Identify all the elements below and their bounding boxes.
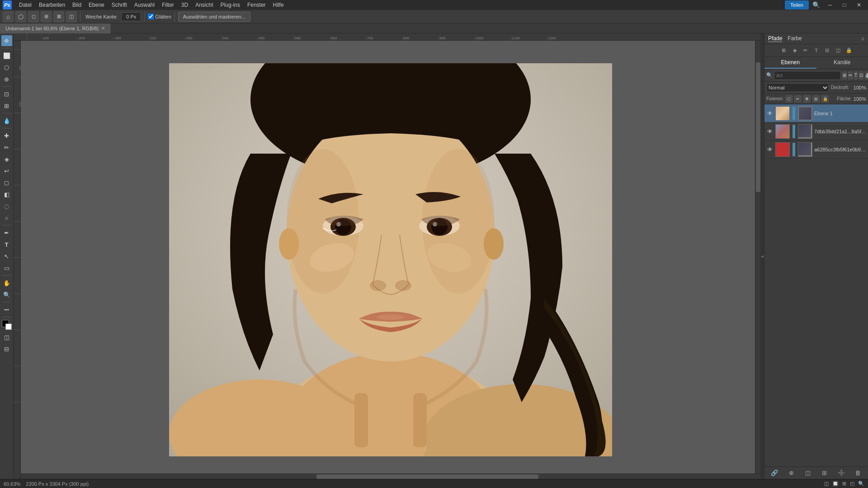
menu-bearbeiten[interactable]: Bearbeiten bbox=[35, 1, 69, 9]
add-mask-btn[interactable]: ◫ bbox=[803, 469, 812, 478]
menu-filter[interactable]: Filter bbox=[158, 1, 178, 9]
menu-auswahl[interactable]: Auswahl bbox=[131, 1, 158, 9]
hand-tool[interactable]: ✋ bbox=[1, 277, 12, 288]
gradient-tool[interactable]: ◧ bbox=[1, 189, 12, 200]
smooth-checkbox[interactable] bbox=[148, 14, 154, 19]
layers-filter-btn-2[interactable]: ✏ bbox=[848, 71, 853, 80]
link-layers-btn[interactable]: 🔗 bbox=[770, 469, 779, 478]
home-btn[interactable]: ⌂ bbox=[3, 11, 14, 22]
path-select-tool[interactable]: ↖ bbox=[1, 251, 12, 262]
tab-kanaele[interactable]: Kanäle bbox=[816, 57, 868, 69]
more-tools[interactable]: ••• bbox=[1, 304, 12, 315]
layers-icon-btn-5[interactable]: ⊟ bbox=[823, 46, 832, 55]
tab-pfade[interactable]: Pfade bbox=[768, 35, 782, 42]
search-icon[interactable]: 🔍 bbox=[811, 1, 822, 9]
layers-search-input[interactable] bbox=[774, 71, 841, 80]
zoom-tool[interactable]: 🔍 bbox=[1, 289, 12, 300]
tool-options-2[interactable]: ◻ bbox=[28, 11, 39, 22]
lock-move[interactable]: ✥ bbox=[803, 95, 811, 103]
layer-vis-3[interactable]: 👁 bbox=[766, 146, 774, 153]
color-swatches[interactable] bbox=[1, 319, 13, 331]
crop-tool[interactable]: ⊡ bbox=[1, 89, 12, 99]
tab-farbe[interactable]: Farbe bbox=[788, 35, 802, 42]
new-group-btn[interactable]: ⊞ bbox=[820, 469, 829, 478]
text-tool[interactable]: T bbox=[1, 239, 12, 250]
menu-fenster[interactable]: Fenster bbox=[244, 1, 269, 9]
soft-edge-input[interactable] bbox=[121, 12, 141, 21]
eyedropper-tool[interactable]: 💧 bbox=[1, 115, 12, 126]
marquee-tool[interactable]: ⬜ bbox=[1, 50, 12, 61]
new-layer-btn[interactable]: ➕ bbox=[837, 469, 846, 478]
layers-icon-btn-3[interactable]: ✏ bbox=[801, 46, 810, 55]
close-btn[interactable]: ✕ bbox=[853, 0, 865, 10]
layers-icon-btn-1[interactable]: ⊞ bbox=[779, 46, 788, 55]
minimize-btn[interactable]: ─ bbox=[824, 0, 836, 10]
menu-ebene[interactable]: Ebene bbox=[85, 1, 108, 9]
delete-layer-btn[interactable]: 🗑 bbox=[854, 469, 863, 478]
tab-ebenen[interactable]: Ebenen bbox=[764, 57, 816, 69]
status-icon-2[interactable]: 🔲 bbox=[832, 481, 839, 487]
quick-select-tool[interactable]: ⊛ bbox=[1, 74, 12, 84]
smooth-checkbox-label[interactable]: Glätten bbox=[148, 14, 171, 19]
lock-artboard[interactable]: ⊞ bbox=[812, 95, 820, 103]
screen-mode-btn[interactable]: ⊟ bbox=[1, 343, 12, 354]
lock-paint[interactable]: ✏ bbox=[794, 95, 802, 103]
status-icon-3[interactable]: ⊞ bbox=[842, 481, 846, 487]
menu-bild[interactable]: Bild bbox=[69, 1, 85, 9]
status-icon-5[interactable]: 🔍 bbox=[858, 481, 864, 487]
clone-tool[interactable]: ◈ bbox=[1, 154, 12, 164]
select-mask-btn[interactable]: Auswählen und maskieren... bbox=[178, 12, 250, 22]
share-button[interactable]: Teilen bbox=[785, 0, 809, 9]
layers-filter-btn-1[interactable]: ⊞ bbox=[842, 71, 847, 80]
layers-icon-btn-7[interactable]: 🔒 bbox=[844, 46, 854, 55]
dodge-tool[interactable]: ○ bbox=[1, 212, 12, 223]
layers-filter-btn-3[interactable]: T bbox=[854, 71, 858, 80]
tool-options-4[interactable]: ⊠ bbox=[53, 11, 64, 22]
document-tab[interactable]: Unbenannt-1 bei 60,6% (Ebene 1, RGB/8) ✕ bbox=[0, 23, 111, 33]
layers-icon-btn-2[interactable]: ◈ bbox=[790, 46, 799, 55]
blur-tool[interactable]: ◌ bbox=[1, 201, 12, 211]
tab-close-icon[interactable]: ✕ bbox=[101, 26, 105, 31]
layer-item-ebene1[interactable]: 👁 Ebene 1 bbox=[764, 104, 868, 122]
menu-ansicht[interactable]: Ansicht bbox=[192, 1, 217, 9]
fill-value[interactable]: 100% bbox=[854, 96, 866, 102]
status-icon-4[interactable]: ◰ bbox=[850, 481, 854, 487]
blend-mode-select[interactable]: Normal bbox=[766, 83, 829, 92]
move-tool[interactable]: ✥ bbox=[1, 35, 12, 46]
layer-item-2[interactable]: 👁 7dbb39dd21a1...8a5fcda93d5e72 bbox=[764, 122, 868, 141]
history-brush-tool[interactable]: ↩ bbox=[1, 165, 12, 176]
layers-icon-btn-6[interactable]: ◫ bbox=[834, 46, 843, 55]
quick-mask-btn[interactable]: ◫ bbox=[1, 332, 12, 343]
lasso-tool[interactable]: ⬡ bbox=[1, 62, 12, 73]
panel-collapse-handle[interactable]: ◀ bbox=[760, 33, 764, 479]
add-style-btn[interactable]: ⊕ bbox=[787, 469, 796, 478]
tool-options-3[interactable]: ⊞ bbox=[41, 11, 52, 22]
layers-icon-btn-4[interactable]: T bbox=[812, 46, 821, 55]
lock-all[interactable]: 🔒 bbox=[821, 95, 829, 103]
menu-datei[interactable]: Datei bbox=[15, 1, 35, 9]
tool-options-5[interactable]: ◫ bbox=[66, 11, 77, 22]
layer-item-3[interactable]: 👁 a6285cc3fb5f61e0b90e66b9425d1be7 bbox=[764, 141, 868, 159]
frame-tool[interactable]: ⊞ bbox=[1, 100, 12, 111]
opacity-value[interactable]: 100% bbox=[851, 85, 866, 90]
eraser-tool[interactable]: ◻ bbox=[1, 177, 12, 188]
shape-tool[interactable]: ▭ bbox=[1, 263, 12, 273]
pen-tool[interactable]: ✒ bbox=[1, 227, 12, 238]
layer-vis-2[interactable]: 👁 bbox=[766, 128, 774, 135]
layer-vis-1[interactable]: 👁 bbox=[766, 110, 774, 117]
menu-schrift[interactable]: Schrift bbox=[108, 1, 131, 9]
brush-tool[interactable]: ✏ bbox=[1, 142, 12, 153]
menu-plugins[interactable]: Plug-ins bbox=[217, 1, 244, 9]
menu-hilfe[interactable]: Hilfe bbox=[269, 1, 288, 9]
menu-3d[interactable]: 3D bbox=[178, 1, 192, 9]
canvas-scroll[interactable] bbox=[21, 41, 760, 479]
heal-tool[interactable]: ✚ bbox=[1, 130, 12, 141]
status-icon-1[interactable]: ◫ bbox=[824, 481, 829, 487]
horizontal-scrollbar[interactable] bbox=[21, 474, 760, 479]
maximize-btn[interactable]: □ bbox=[838, 0, 851, 10]
layers-filter-btn-4[interactable]: ⊡ bbox=[859, 71, 863, 80]
tool-options-1[interactable]: ⬡ bbox=[15, 11, 26, 22]
lock-transparent[interactable]: ⬡ bbox=[785, 95, 793, 103]
panel-menu-icon[interactable]: ≡ bbox=[861, 36, 864, 42]
vertical-scrollbar[interactable] bbox=[755, 41, 760, 474]
